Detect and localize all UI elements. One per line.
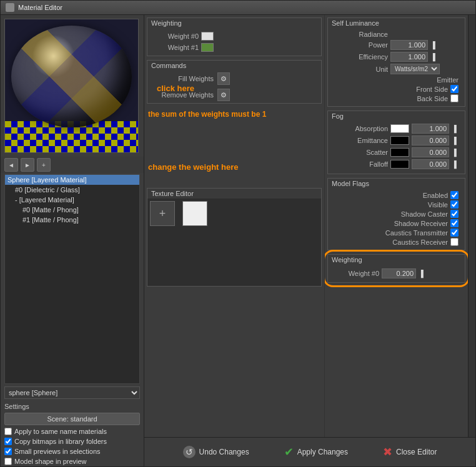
remove-weights-label: Remove Weights — [151, 91, 214, 99]
enabled-row: Enabled — [332, 191, 461, 199]
prev-material-btn[interactable]: ◄ — [4, 158, 18, 172]
scatter-input[interactable] — [412, 147, 449, 157]
small-previews-checkbox[interactable] — [4, 448, 12, 455]
checkbox-small-previews: Small previews in selections — [1, 446, 144, 456]
weight0-color[interactable] — [201, 32, 214, 41]
scatter-icon: ▐ — [452, 149, 457, 156]
radiance-label: Radiance — [332, 31, 388, 38]
checkbox-same-name: Apply to same name materials — [1, 426, 144, 436]
caustics-receiver-label: Caustics Receiver — [392, 238, 448, 246]
emittance-label: Emittance — [332, 137, 388, 144]
material-editor-window: Material Editor ◄ ► + Sphere [Layered Ma… — [0, 0, 476, 467]
model-flags-title: Model Flags — [328, 179, 465, 189]
tree-item-3[interactable]: #0 [Matte / Phong] — [5, 205, 139, 215]
efficiency-row: Efficiency ▐ — [332, 52, 461, 62]
back-side-label: Back Side — [417, 95, 448, 102]
falloff-icon: ▐ — [452, 160, 457, 168]
model-flags-content: Enabled Visible Shadow Caster — [328, 189, 465, 250]
power-row: Power ▐ — [332, 40, 461, 50]
copy-bitmaps-checkbox[interactable] — [4, 438, 12, 445]
shadow-caster-checkbox[interactable] — [450, 210, 459, 218]
falloff-row: Falloff ▐ — [332, 159, 461, 169]
main-content: ◄ ► + Sphere [Layered Material] #0 [Diel… — [1, 15, 475, 466]
power-input[interactable] — [390, 40, 428, 50]
shadow-receiver-label: Shadow Receiver — [394, 220, 448, 227]
bottom-weight0-input[interactable] — [382, 268, 416, 278]
weight0-row: Weight #0 — [151, 31, 317, 42]
weight1-color[interactable] — [201, 43, 214, 52]
visible-checkbox[interactable] — [450, 200, 459, 209]
unit-select[interactable]: Watts/sr/m2 — [390, 64, 440, 74]
tree-item-0[interactable]: Sphere [Layered Material] — [5, 175, 139, 185]
bottom-weighting-title: Weighting — [328, 255, 465, 265]
self-luminance-section: Self Luminance Radiance Power ▐ — [327, 17, 465, 107]
titlebar: Material Editor — [1, 1, 475, 15]
scatter-color[interactable] — [390, 148, 409, 157]
annotation-change: change the weight here — [147, 159, 322, 175]
left-panel: ◄ ► + Sphere [Layered Material] #0 [Diel… — [1, 15, 144, 466]
preview-tools: ◄ ► + — [1, 157, 144, 173]
model-shape-checkbox[interactable] — [4, 458, 12, 465]
back-side-checkbox[interactable] — [450, 94, 459, 102]
efficiency-label: Efficiency — [332, 53, 388, 61]
weighting-content: Weight #0 Weight #1 — [147, 28, 321, 56]
scene-button[interactable]: Scene: standard — [4, 413, 140, 425]
unit-label: Unit — [332, 66, 388, 73]
absorption-color[interactable] — [390, 124, 409, 133]
emitter-row: Emitter — [332, 76, 461, 84]
commands-title: Commands — [147, 61, 321, 71]
weighting-section: Weighting Weight #0 Weight #1 — [147, 17, 322, 56]
absorption-input[interactable] — [412, 124, 449, 134]
tree-item-1[interactable]: #0 [Dielectric / Glass] — [5, 185, 139, 195]
efficiency-slider-icon: ▐ — [430, 53, 435, 61]
front-side-checkbox[interactable] — [450, 85, 459, 93]
emittance-input[interactable] — [412, 135, 449, 145]
apply-icon: ✔ — [284, 445, 294, 459]
commands-section: Commands Fill Weights ⚙ Remove Weights ⚙ — [147, 60, 322, 104]
checkbox-copy-bitmaps: Copy bitmaps in library folders — [1, 436, 144, 446]
fill-weights-btn[interactable]: ⚙ — [217, 72, 230, 85]
caustics-receiver-checkbox[interactable] — [450, 238, 459, 246]
close-button[interactable]: ✖ Close Editor — [378, 443, 442, 461]
efficiency-input[interactable] — [390, 52, 428, 62]
apply-button[interactable]: ✔ Apply Changes — [279, 443, 353, 461]
bottom-weighting-section: Weighting Weight #0 ▐ — [327, 254, 465, 283]
self-luminance-title: Self Luminance — [328, 18, 465, 28]
enabled-checkbox[interactable] — [450, 191, 459, 199]
undo-button[interactable]: ↺ Undo Changes — [178, 443, 254, 461]
weight1-label: Weight #1 — [155, 44, 199, 51]
falloff-label: Falloff — [332, 160, 388, 168]
sphere-preview — [11, 26, 132, 127]
emittance-color[interactable] — [390, 136, 409, 145]
caustics-transmitter-row: Caustics Transmitter — [332, 229, 461, 237]
same-name-label: Apply to same name materials — [14, 428, 107, 435]
power-label: Power — [332, 41, 388, 49]
unit-row: Unit Watts/sr/m2 — [332, 64, 461, 74]
tree-item-4[interactable]: #1 [Matte / Phong] — [5, 215, 139, 225]
shadow-receiver-checkbox[interactable] — [450, 219, 459, 227]
checkbox-model-shape: Model shape in preview — [1, 456, 144, 466]
power-slider-icon: ▐ — [430, 41, 435, 49]
back-side-row: Back Side — [332, 94, 461, 102]
bottom-weight-row: Weight #0 ▐ — [332, 267, 461, 280]
sphere-selector-row: sphere [Sphere] — [4, 386, 140, 399]
caustics-transmitter-checkbox[interactable] — [450, 229, 459, 237]
remove-weights-btn[interactable]: ⚙ — [217, 89, 230, 101]
window-title: Material Editor — [18, 4, 62, 11]
tree-item-2[interactable]: - [Layered Material] — [5, 195, 139, 205]
texture-swatch-0[interactable] — [182, 201, 207, 226]
copy-bitmaps-label: Copy bitmaps in library folders — [14, 438, 107, 445]
right-scrollbar[interactable] — [468, 15, 475, 437]
absorption-row: Absorption ▐ — [332, 124, 461, 134]
next-material-btn[interactable]: ► — [21, 158, 34, 172]
falloff-input[interactable] — [412, 159, 449, 169]
radiance-row: Radiance — [332, 31, 461, 38]
same-name-checkbox[interactable] — [4, 428, 12, 435]
texture-add-btn[interactable]: + — [150, 201, 175, 226]
shadow-receiver-row: Shadow Receiver — [332, 219, 461, 227]
material-tree: Sphere [Layered Material] #0 [Dielectric… — [4, 174, 140, 384]
sphere-selector[interactable]: sphere [Sphere] — [4, 386, 140, 399]
falloff-color[interactable] — [390, 160, 409, 169]
scatter-row: Scatter ▐ — [332, 147, 461, 157]
add-material-btn[interactable]: + — [37, 158, 51, 172]
